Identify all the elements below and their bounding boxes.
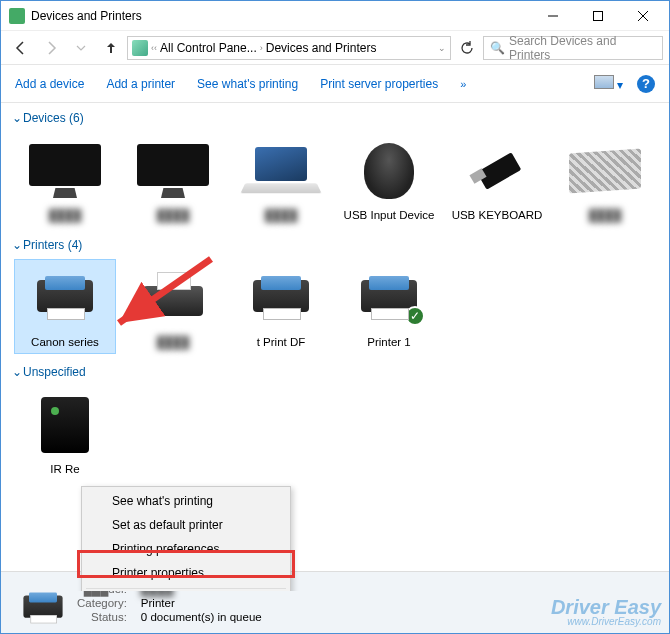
section-title: Devices (6) — [23, 111, 84, 125]
minimize-button[interactable] — [530, 2, 575, 30]
collapse-icon: ⌄ — [11, 238, 23, 252]
device-item[interactable]: IR Re — [15, 387, 115, 480]
more-commands-button[interactable]: » — [460, 78, 466, 90]
status-printer-icon — [9, 582, 61, 624]
address-bar[interactable]: ‹‹ All Control Pane... › Devices and Pri… — [127, 36, 451, 60]
titlebar: Devices and Printers — [1, 1, 669, 31]
view-options-button[interactable]: ▾ — [594, 75, 623, 92]
chevron-down-icon[interactable]: ⌄ — [438, 43, 446, 53]
svg-line-4 — [119, 259, 211, 323]
back-button[interactable] — [7, 35, 35, 61]
content-pane: ⌄ Devices (6) ████ ████ ████ USB Input D… — [1, 103, 669, 591]
add-printer-button[interactable]: Add a printer — [106, 77, 175, 91]
chevron-right-icon[interactable]: ‹‹ — [151, 43, 157, 53]
menu-see-whats-printing[interactable]: See what's printing — [82, 489, 290, 513]
section-unspecified-header[interactable]: ⌄ Unspecified — [1, 361, 669, 383]
highlight-annotation — [77, 550, 295, 578]
device-item[interactable]: ████ — [123, 133, 223, 226]
help-button[interactable]: ? — [637, 75, 655, 93]
printer-item-selected[interactable]: Canon series — [15, 260, 115, 353]
section-title: Printers (4) — [23, 238, 82, 252]
device-item[interactable]: ████ — [555, 133, 655, 226]
breadcrumb[interactable]: Devices and Printers — [266, 41, 377, 55]
refresh-button[interactable] — [453, 35, 481, 61]
breadcrumb[interactable]: All Control Pane... — [160, 41, 257, 55]
menu-separator — [86, 588, 286, 589]
navbar: ‹‹ All Control Pane... › Devices and Pri… — [1, 31, 669, 65]
default-check-icon: ✓ — [405, 306, 425, 326]
watermark: Driver Easy www.DriverEasy.com — [551, 597, 661, 627]
collapse-icon: ⌄ — [11, 111, 23, 125]
location-icon — [132, 40, 148, 56]
maximize-button[interactable] — [575, 2, 620, 30]
svg-rect-1 — [593, 11, 602, 20]
printer-item[interactable]: t Print DF — [231, 260, 331, 353]
collapse-icon: ⌄ — [11, 365, 23, 379]
chevron-right-icon[interactable]: › — [260, 43, 263, 53]
devices-grid: ████ ████ ████ USB Input Device USB KEYB… — [1, 129, 669, 234]
device-item[interactable]: USB Input Device — [339, 133, 439, 226]
devices-printers-icon — [9, 8, 25, 24]
see-whats-printing-button[interactable]: See what's printing — [197, 77, 298, 91]
close-button[interactable] — [620, 2, 665, 30]
search-placeholder: Search Devices and Printers — [509, 34, 656, 62]
print-server-properties-button[interactable]: Print server properties — [320, 77, 438, 91]
section-title: Unspecified — [23, 365, 86, 379]
recent-dropdown[interactable] — [67, 35, 95, 61]
forward-button[interactable] — [37, 35, 65, 61]
device-item[interactable]: USB KEYBOARD — [447, 133, 547, 226]
menu-set-default-printer[interactable]: Set as default printer — [82, 513, 290, 537]
search-input[interactable]: 🔍 Search Devices and Printers — [483, 36, 663, 60]
unspecified-grid: IR Re — [1, 383, 669, 488]
arrow-annotation — [101, 251, 221, 341]
add-device-button[interactable]: Add a device — [15, 77, 84, 91]
search-icon: 🔍 — [490, 41, 505, 55]
command-bar: Add a device Add a printer See what's pr… — [1, 65, 669, 103]
device-item[interactable]: ████ — [15, 133, 115, 226]
printer-item-default[interactable]: ✓Printer 1 — [339, 260, 439, 353]
device-item[interactable]: ████ — [231, 133, 331, 226]
section-devices-header[interactable]: ⌄ Devices (6) — [1, 107, 669, 129]
up-button[interactable] — [97, 35, 125, 61]
window-title: Devices and Printers — [31, 9, 530, 23]
